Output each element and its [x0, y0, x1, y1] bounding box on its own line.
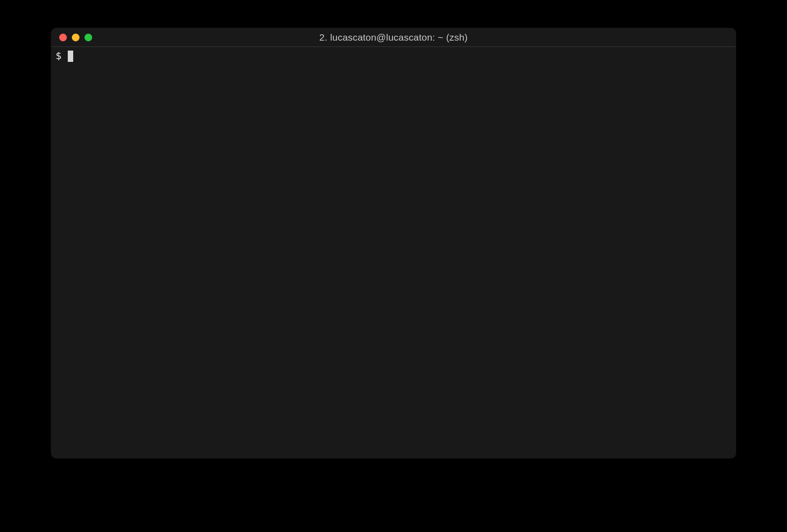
minimize-button[interactable]	[72, 33, 80, 41]
close-button[interactable]	[59, 33, 67, 41]
prompt-symbol: $	[56, 50, 61, 63]
zoom-button[interactable]	[84, 33, 92, 41]
prompt-line: $	[56, 50, 731, 63]
cursor-icon	[68, 51, 73, 62]
terminal-body[interactable]: $	[51, 47, 736, 458]
window-title: 2. lucascaton@lucascaton: ~ (zsh)	[51, 32, 736, 43]
title-bar: 2. lucascaton@lucascaton: ~ (zsh)	[51, 28, 736, 47]
terminal-window: 2. lucascaton@lucascaton: ~ (zsh) $	[51, 28, 736, 458]
traffic-lights	[59, 33, 92, 41]
